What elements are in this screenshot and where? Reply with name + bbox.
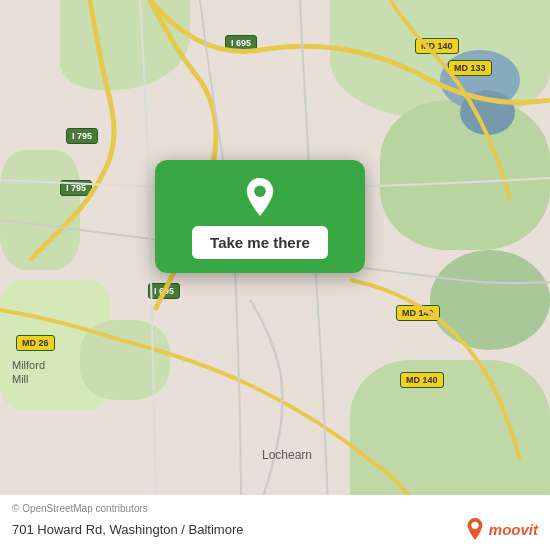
place-label-milford-mill: MilfordMill [12,358,45,387]
map-attribution: © OpenStreetMap contributors [12,503,538,514]
moovit-brand-text: moovit [489,521,538,538]
address-text: 701 Howard Rd, Washington / Baltimore [12,522,243,537]
location-card: Take me there [155,160,365,273]
card-green-section: Take me there [155,160,365,273]
place-label-lochearn: Lochearn [262,448,312,462]
take-me-there-button[interactable]: Take me there [192,226,328,259]
moovit-logo: moovit [465,518,538,540]
svg-point-0 [254,185,266,197]
road-network [0,0,550,550]
location-pin-icon [241,178,279,216]
moovit-pin-icon [465,518,485,540]
bottom-bar: © OpenStreetMap contributors 701 Howard … [0,495,550,550]
svg-point-1 [471,522,478,529]
map-container: I 695 MD 140 I 795 I 795 I 695 MD 26 MD … [0,0,550,550]
address-line: 701 Howard Rd, Washington / Baltimore mo… [12,518,538,540]
